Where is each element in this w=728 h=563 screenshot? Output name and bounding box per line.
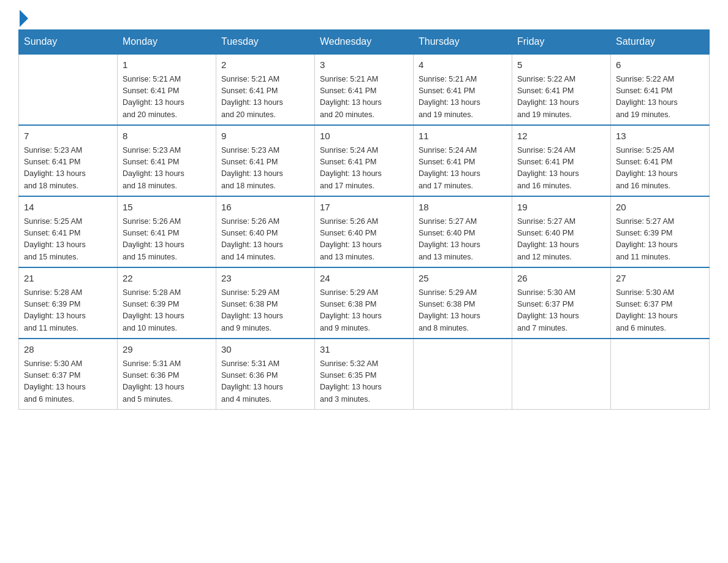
calendar-cell (512, 339, 611, 410)
cell-info: Sunrise: 5:28 AM Sunset: 6:39 PM Dayligh… (123, 287, 211, 335)
cell-info: Sunrise: 5:21 AM Sunset: 6:41 PM Dayligh… (419, 74, 507, 121)
day-number: 24 (320, 272, 408, 286)
calendar-cell (611, 339, 710, 410)
calendar-cell: 22Sunrise: 5:28 AM Sunset: 6:39 PM Dayli… (118, 267, 216, 339)
day-number: 27 (616, 272, 704, 286)
day-number: 17 (320, 201, 408, 215)
calendar-table: SundayMondayTuesdayWednesdayThursdayFrid… (18, 29, 710, 410)
calendar-cell: 18Sunrise: 5:27 AM Sunset: 6:40 PM Dayli… (414, 196, 512, 267)
calendar-cell: 27Sunrise: 5:30 AM Sunset: 6:37 PM Dayli… (611, 267, 710, 339)
cell-info: Sunrise: 5:27 AM Sunset: 6:40 PM Dayligh… (517, 216, 605, 264)
cell-info: Sunrise: 5:27 AM Sunset: 6:39 PM Dayligh… (616, 216, 704, 264)
calendar-cell (414, 339, 512, 410)
day-number: 29 (123, 343, 211, 357)
cell-info: Sunrise: 5:26 AM Sunset: 6:40 PM Dayligh… (221, 216, 309, 264)
calendar-cell: 17Sunrise: 5:26 AM Sunset: 6:40 PM Dayli… (315, 196, 414, 267)
cell-info: Sunrise: 5:21 AM Sunset: 6:41 PM Dayligh… (123, 74, 211, 121)
cell-info: Sunrise: 5:24 AM Sunset: 6:41 PM Dayligh… (320, 145, 408, 193)
column-header-friday: Friday (512, 30, 611, 55)
week-row-5: 28Sunrise: 5:30 AM Sunset: 6:37 PM Dayli… (19, 339, 710, 410)
day-number: 25 (419, 272, 507, 286)
calendar-cell: 5Sunrise: 5:22 AM Sunset: 6:41 PM Daylig… (512, 54, 611, 125)
calendar-cell: 15Sunrise: 5:26 AM Sunset: 6:41 PM Dayli… (118, 196, 216, 267)
logo (18, 12, 28, 23)
column-header-saturday: Saturday (611, 30, 710, 55)
day-number: 6 (616, 58, 704, 72)
day-number: 15 (123, 201, 211, 215)
cell-info: Sunrise: 5:29 AM Sunset: 6:38 PM Dayligh… (221, 287, 309, 335)
day-number: 31 (320, 343, 408, 357)
cell-info: Sunrise: 5:24 AM Sunset: 6:41 PM Dayligh… (419, 145, 507, 193)
day-number: 13 (616, 129, 704, 144)
column-header-sunday: Sunday (19, 30, 118, 55)
page-header (18, 12, 710, 23)
calendar-cell: 29Sunrise: 5:31 AM Sunset: 6:36 PM Dayli… (118, 339, 216, 410)
day-number: 8 (123, 129, 211, 144)
calendar-cell: 2Sunrise: 5:21 AM Sunset: 6:41 PM Daylig… (216, 54, 315, 125)
day-number: 19 (517, 201, 605, 215)
cell-info: Sunrise: 5:28 AM Sunset: 6:39 PM Dayligh… (24, 287, 112, 335)
calendar-cell: 1Sunrise: 5:21 AM Sunset: 6:41 PM Daylig… (118, 54, 216, 125)
calendar-cell (19, 54, 118, 125)
calendar-cell: 19Sunrise: 5:27 AM Sunset: 6:40 PM Dayli… (512, 196, 611, 267)
calendar-cell: 12Sunrise: 5:24 AM Sunset: 6:41 PM Dayli… (512, 125, 611, 196)
calendar-cell: 13Sunrise: 5:25 AM Sunset: 6:41 PM Dayli… (611, 125, 710, 196)
calendar-cell: 14Sunrise: 5:25 AM Sunset: 6:41 PM Dayli… (19, 196, 118, 267)
cell-info: Sunrise: 5:24 AM Sunset: 6:41 PM Dayligh… (517, 145, 605, 193)
cell-info: Sunrise: 5:23 AM Sunset: 6:41 PM Dayligh… (123, 145, 211, 193)
cell-info: Sunrise: 5:31 AM Sunset: 6:36 PM Dayligh… (123, 358, 211, 406)
cell-info: Sunrise: 5:21 AM Sunset: 6:41 PM Dayligh… (320, 74, 408, 121)
calendar-cell: 3Sunrise: 5:21 AM Sunset: 6:41 PM Daylig… (315, 54, 414, 125)
day-number: 5 (517, 58, 605, 72)
calendar-cell: 20Sunrise: 5:27 AM Sunset: 6:39 PM Dayli… (611, 196, 710, 267)
calendar-cell: 21Sunrise: 5:28 AM Sunset: 6:39 PM Dayli… (19, 267, 118, 339)
cell-info: Sunrise: 5:30 AM Sunset: 6:37 PM Dayligh… (616, 287, 704, 335)
calendar-cell: 31Sunrise: 5:32 AM Sunset: 6:35 PM Dayli… (315, 339, 414, 410)
day-number: 7 (24, 129, 112, 144)
day-number: 10 (320, 129, 408, 144)
week-row-3: 14Sunrise: 5:25 AM Sunset: 6:41 PM Dayli… (19, 196, 710, 267)
day-number: 3 (320, 58, 408, 72)
cell-info: Sunrise: 5:26 AM Sunset: 6:40 PM Dayligh… (320, 216, 408, 264)
calendar-cell: 24Sunrise: 5:29 AM Sunset: 6:38 PM Dayli… (315, 267, 414, 339)
cell-info: Sunrise: 5:30 AM Sunset: 6:37 PM Dayligh… (24, 358, 112, 406)
header-row: SundayMondayTuesdayWednesdayThursdayFrid… (19, 30, 710, 55)
cell-info: Sunrise: 5:25 AM Sunset: 6:41 PM Dayligh… (616, 145, 704, 193)
cell-info: Sunrise: 5:26 AM Sunset: 6:41 PM Dayligh… (123, 216, 211, 264)
calendar-cell: 8Sunrise: 5:23 AM Sunset: 6:41 PM Daylig… (118, 125, 216, 196)
calendar-cell: 9Sunrise: 5:23 AM Sunset: 6:41 PM Daylig… (216, 125, 315, 196)
cell-info: Sunrise: 5:22 AM Sunset: 6:41 PM Dayligh… (616, 74, 704, 121)
cell-info: Sunrise: 5:29 AM Sunset: 6:38 PM Dayligh… (320, 287, 408, 335)
calendar-cell: 7Sunrise: 5:23 AM Sunset: 6:41 PM Daylig… (19, 125, 118, 196)
cell-info: Sunrise: 5:21 AM Sunset: 6:41 PM Dayligh… (221, 74, 309, 121)
day-number: 4 (419, 58, 507, 72)
calendar-cell: 26Sunrise: 5:30 AM Sunset: 6:37 PM Dayli… (512, 267, 611, 339)
calendar-cell: 28Sunrise: 5:30 AM Sunset: 6:37 PM Dayli… (19, 339, 118, 410)
cell-info: Sunrise: 5:23 AM Sunset: 6:41 PM Dayligh… (24, 145, 112, 193)
day-number: 2 (221, 58, 309, 72)
week-row-4: 21Sunrise: 5:28 AM Sunset: 6:39 PM Dayli… (19, 267, 710, 339)
calendar-cell: 10Sunrise: 5:24 AM Sunset: 6:41 PM Dayli… (315, 125, 414, 196)
column-header-tuesday: Tuesday (216, 30, 315, 55)
column-header-wednesday: Wednesday (315, 30, 414, 55)
cell-info: Sunrise: 5:31 AM Sunset: 6:36 PM Dayligh… (221, 358, 309, 406)
week-row-2: 7Sunrise: 5:23 AM Sunset: 6:41 PM Daylig… (19, 125, 710, 196)
cell-info: Sunrise: 5:22 AM Sunset: 6:41 PM Dayligh… (517, 74, 605, 121)
day-number: 16 (221, 201, 309, 215)
calendar-cell: 25Sunrise: 5:29 AM Sunset: 6:38 PM Dayli… (414, 267, 512, 339)
calendar-cell: 30Sunrise: 5:31 AM Sunset: 6:36 PM Dayli… (216, 339, 315, 410)
cell-info: Sunrise: 5:25 AM Sunset: 6:41 PM Dayligh… (24, 216, 112, 264)
calendar-cell: 11Sunrise: 5:24 AM Sunset: 6:41 PM Dayli… (414, 125, 512, 196)
cell-info: Sunrise: 5:29 AM Sunset: 6:38 PM Dayligh… (419, 287, 507, 335)
logo-triangle-icon (20, 10, 28, 27)
week-row-1: 1Sunrise: 5:21 AM Sunset: 6:41 PM Daylig… (19, 54, 710, 125)
column-header-monday: Monday (118, 30, 216, 55)
cell-info: Sunrise: 5:27 AM Sunset: 6:40 PM Dayligh… (419, 216, 507, 264)
cell-info: Sunrise: 5:23 AM Sunset: 6:41 PM Dayligh… (221, 145, 309, 193)
day-number: 28 (24, 343, 112, 357)
day-number: 11 (419, 129, 507, 144)
day-number: 23 (221, 272, 309, 286)
calendar-cell: 16Sunrise: 5:26 AM Sunset: 6:40 PM Dayli… (216, 196, 315, 267)
day-number: 12 (517, 129, 605, 144)
calendar-body: 1Sunrise: 5:21 AM Sunset: 6:41 PM Daylig… (19, 54, 710, 410)
